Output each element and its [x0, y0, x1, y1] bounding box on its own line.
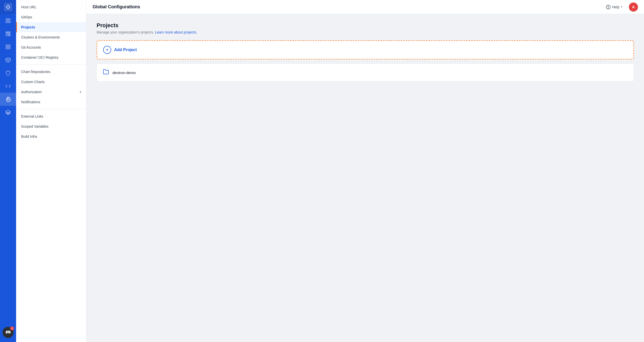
folder-icon — [103, 69, 109, 76]
svg-rect-7 — [6, 33, 8, 36]
page-header-title: Global Configurations — [93, 4, 140, 10]
sidebar-label-git-accounts: Git Accounts — [21, 45, 41, 49]
sidebar-item-scoped-variables[interactable]: Scoped Variables — [16, 121, 86, 131]
sidebar-item-build-infra[interactable]: Build Infra — [16, 131, 86, 142]
svg-rect-3 — [9, 19, 10, 20]
sidebar-item-chart-repositories[interactable]: Chart Repositories — [16, 67, 86, 77]
nav-apps-icon[interactable] — [0, 14, 16, 27]
sidebar-label-external-links: External Links — [21, 114, 43, 118]
svg-rect-6 — [6, 32, 10, 33]
project-name: devtron-demo — [112, 71, 136, 75]
discord-button[interactable]: 1 — [3, 327, 14, 338]
sidebar-label-gitops: GitOps — [21, 15, 32, 19]
nav-shield-icon[interactable] — [0, 66, 16, 80]
topbar-right: Help ▾ A — [603, 3, 638, 12]
sidebar: Host URL GitOps Projects Clusters & Envi… — [16, 0, 87, 342]
sidebar-item-clusters[interactable]: Clusters & Environments — [16, 32, 86, 42]
svg-point-20 — [608, 8, 609, 8]
sidebar-label-chart-repositories: Chart Repositories — [21, 70, 50, 74]
help-chevron-icon: ▾ — [621, 5, 622, 9]
chevron-down-icon: ▾ — [80, 90, 81, 94]
svg-line-16 — [6, 59, 8, 60]
nav-grid2-icon[interactable] — [0, 40, 16, 53]
nav-cube-icon[interactable] — [0, 53, 16, 66]
svg-rect-12 — [6, 47, 8, 49]
sidebar-item-custom-charts[interactable]: Custom Charts — [16, 77, 86, 87]
topbar: Global Configurations Help ▾ A — [87, 0, 644, 14]
sidebar-label-clusters: Clusters & Environments — [21, 35, 60, 39]
sidebar-label-custom-charts: Custom Charts — [21, 80, 45, 84]
icon-nav-bottom: 1 — [0, 327, 16, 342]
sidebar-label-authorization: Authorization — [21, 90, 42, 94]
sidebar-item-notifications[interactable]: Notifications — [16, 97, 86, 107]
icon-navbar: 1 — [0, 0, 16, 342]
svg-line-15 — [8, 59, 10, 60]
add-project-icon: + — [103, 46, 111, 54]
sidebar-label-projects: Projects — [21, 25, 35, 29]
svg-rect-10 — [6, 45, 8, 46]
sidebar-item-container-registry[interactable]: Container/ OCI Registry — [16, 52, 86, 62]
nav-layers-icon[interactable] — [0, 106, 16, 119]
main-area: Global Configurations Help ▾ A Projects … — [87, 0, 644, 342]
sidebar-item-gitops[interactable]: GitOps — [16, 12, 86, 22]
nav-code-icon[interactable] — [0, 80, 16, 93]
svg-rect-9 — [9, 35, 10, 36]
sidebar-label-notifications: Notifications — [21, 100, 40, 104]
help-label: Help — [612, 5, 619, 9]
nav-settings-icon[interactable] — [0, 93, 16, 106]
svg-point-1 — [7, 6, 9, 8]
svg-rect-11 — [9, 45, 10, 46]
svg-rect-4 — [6, 21, 8, 23]
learn-more-link[interactable]: Learn more about projects. — [155, 30, 197, 34]
add-project-label: Add Project — [114, 48, 137, 52]
sidebar-label-host-url: Host URL — [21, 5, 36, 9]
sidebar-item-projects[interactable]: Projects — [16, 22, 86, 32]
page-title: Projects — [97, 22, 634, 29]
svg-point-17 — [7, 98, 9, 100]
page-content: Projects Manage your organization's proj… — [87, 14, 644, 342]
project-card-devtron-demo[interactable]: devtron-demo — [97, 63, 634, 82]
sidebar-item-host-url[interactable]: Host URL — [16, 2, 86, 12]
sidebar-item-git-accounts[interactable]: Git Accounts — [16, 42, 86, 52]
svg-rect-5 — [9, 21, 10, 23]
nav-dashboard-icon[interactable] — [0, 27, 16, 40]
subtitle-text: Manage your organization's projects. — [97, 30, 154, 34]
app-logo[interactable] — [0, 0, 16, 14]
avatar[interactable]: A — [629, 3, 638, 12]
sidebar-label-build-infra: Build Infra — [21, 134, 37, 139]
sidebar-item-authorization[interactable]: Authorization ▾ — [16, 87, 86, 97]
sidebar-label-container-registry: Container/ OCI Registry — [21, 55, 59, 59]
svg-rect-8 — [9, 33, 10, 35]
svg-rect-13 — [9, 47, 10, 49]
svg-rect-2 — [6, 19, 8, 20]
sidebar-item-external-links[interactable]: External Links — [16, 111, 86, 121]
help-button[interactable]: Help ▾ — [603, 3, 625, 11]
discord-badge: 1 — [10, 326, 14, 330]
add-project-card[interactable]: + Add Project — [97, 40, 634, 59]
sidebar-label-scoped-variables: Scoped Variables — [21, 124, 49, 128]
page-subtitle: Manage your organization's projects. Lea… — [97, 30, 634, 34]
